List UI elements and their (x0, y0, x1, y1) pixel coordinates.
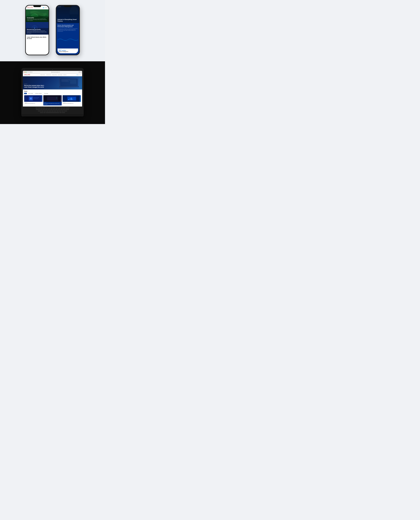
site-nav: HAN'S LASER Smart Equipment Group Produc… (23, 73, 82, 76)
browser-close-dot[interactable] (24, 72, 24, 72)
svg-rect-21 (25, 95, 41, 102)
browser-url-bar[interactable]: https://www.hanslaser.net (32, 71, 79, 73)
browser-minimize-dot[interactable] (25, 72, 25, 72)
key (64, 110, 67, 112)
news-card-1[interactable]: 2023.11.6 Selected as the second batch o… (24, 95, 42, 105)
phone2-wave (58, 38, 78, 43)
tablet-left-dot (24, 69, 24, 70)
key (62, 112, 65, 113)
browser-forward-button[interactable]: › (29, 71, 30, 73)
nav-service-support[interactable]: Service Support (58, 75, 62, 75)
news-section-title: News (24, 91, 81, 92)
key (51, 110, 54, 112)
phone-1-bottom: CASE DIMENSION Larger national industry,… (26, 35, 49, 55)
chevron-down-icon: ▾ (45, 75, 45, 75)
phone-2-screen: Industry 4.0 Internet of Everything Smar… (56, 6, 79, 55)
news-card-2-caption: The innovative double-sided chuck is com… (43, 103, 62, 105)
hiot-text: HIOT system (59, 50, 77, 51)
news-card-1-date: 2023.11.6 (24, 102, 42, 103)
keyboard-row-1 (22, 107, 82, 108)
phone2-footer: HIOT system brings intelligence (58, 48, 78, 53)
keyboard-base (21, 114, 84, 116)
phone-1-card-sustainability: Sustainability The development of a low-… (26, 9, 49, 22)
tablet-browser: ‹ › ↻ https://www.hanslaser.net ⬆ ☆ HAN'… (23, 71, 82, 107)
menu-icon: ☰ (46, 7, 47, 8)
svg-rect-38 (68, 99, 69, 100)
top-section: HAN'S LASER Smart Equipment Group 🌐 EN ☰ (0, 0, 105, 61)
news-card-3-date: 2023.11.6 (63, 102, 81, 103)
key (46, 110, 49, 112)
key (59, 112, 62, 113)
keyboard-keys-area (21, 107, 84, 114)
svg-point-42 (71, 99, 72, 100)
browser-traffic-lights (24, 72, 26, 72)
phone-2-notch (64, 6, 72, 7)
key (41, 110, 44, 112)
news-card-3-image (63, 95, 81, 102)
key (36, 107, 38, 108)
tab-new-media[interactable]: New & media (27, 93, 34, 94)
key (66, 107, 70, 108)
phone-1-bottom-title: Larger national industry, laser affects … (27, 37, 47, 39)
phone2-mid-content: Device Synchronization and Performance M… (58, 24, 78, 32)
key (48, 109, 50, 110)
svg-point-34 (56, 98, 57, 99)
news-card-2-date: 2023.6.8 (43, 102, 62, 103)
case-dim-label: CASE DIMENSION (27, 36, 47, 36)
wave-svg (58, 38, 78, 42)
key (54, 110, 56, 112)
svg-rect-14 (60, 78, 78, 86)
news-card-3[interactable]: 2023.11.6 Selected as the second batch o… (63, 95, 81, 105)
key (60, 109, 62, 110)
phone-1-mockup: HAN'S LASER Smart Equipment Group 🌐 EN ☰ (25, 5, 49, 55)
tab-technology[interactable]: Technology (43, 93, 49, 94)
svg-rect-31 (47, 98, 58, 99)
browser-refresh-button[interactable]: ↻ (30, 71, 32, 73)
nav-company-profile[interactable]: Company Profile (52, 75, 57, 75)
hero-newsroom-label: Newsroom (24, 84, 46, 84)
manufacturing-desc: Han's Laser has invested RMB 0.48 into a… (27, 30, 47, 34)
tablet-camera (52, 69, 53, 70)
site-language[interactable]: 🌐 EN ▾ (77, 75, 79, 75)
key (58, 107, 60, 108)
tab-activities-exhibition[interactable]: Activities exhibition (34, 93, 43, 94)
news-card-3-caption: Selected as the second batch of nu... (63, 103, 81, 105)
key (41, 107, 43, 108)
svg-rect-20 (70, 79, 76, 84)
tablet-camera-bar (23, 69, 82, 71)
nav-contact-us[interactable]: Contact Us (63, 75, 67, 75)
hero-laptop-svg (59, 77, 79, 88)
news-card-3-svg (63, 95, 81, 102)
svg-rect-19 (61, 81, 69, 82)
nav-product-center[interactable]: Product Center ▾ (40, 75, 45, 75)
browser-back-button[interactable]: ‹ (27, 71, 28, 73)
news-tabs: All New & media Activities exhibition Te… (24, 93, 81, 94)
key (49, 110, 51, 112)
svg-rect-26 (34, 97, 39, 98)
site-search-icon[interactable]: 🔍 (80, 74, 81, 75)
manufacturing-title: Manufacturing and Quality (27, 29, 47, 30)
key (65, 109, 69, 110)
svg-rect-17 (61, 80, 70, 80)
news-card-2[interactable]: 2023.6.8 The innovative double-sided chu… (43, 95, 62, 105)
keyboard-row-2 (22, 109, 82, 110)
key (51, 107, 53, 108)
tab-all[interactable]: All (24, 93, 27, 94)
hero-laptop-visual (59, 77, 79, 88)
key (61, 110, 64, 112)
browser-bookmark-icon[interactable]: ☆ (81, 72, 81, 73)
site-nav-right: 🌐 EN ▾ 🔍 (77, 74, 81, 75)
phone-2-top-image: Industry 4.0 Internet of Everything Smar… (56, 6, 79, 23)
space-key[interactable] (46, 112, 59, 113)
svg-rect-16 (59, 86, 79, 87)
browser-maximize-dot[interactable] (26, 72, 26, 72)
news-card-1-caption: Selected as the second batch of nu... (24, 103, 42, 105)
browser-share-icon[interactable]: ⬆ (79, 72, 80, 73)
keyboard-row-4 (22, 112, 82, 113)
nav-customer-case[interactable]: Customer Case ▾ (46, 75, 51, 75)
news-card-1-svg (24, 95, 42, 102)
phone2-bottom: Device Synchronization and Performance M… (56, 23, 79, 55)
key (58, 109, 60, 110)
key (36, 109, 40, 110)
news-cards: 2023.11.6 Selected as the second batch o… (24, 95, 81, 105)
